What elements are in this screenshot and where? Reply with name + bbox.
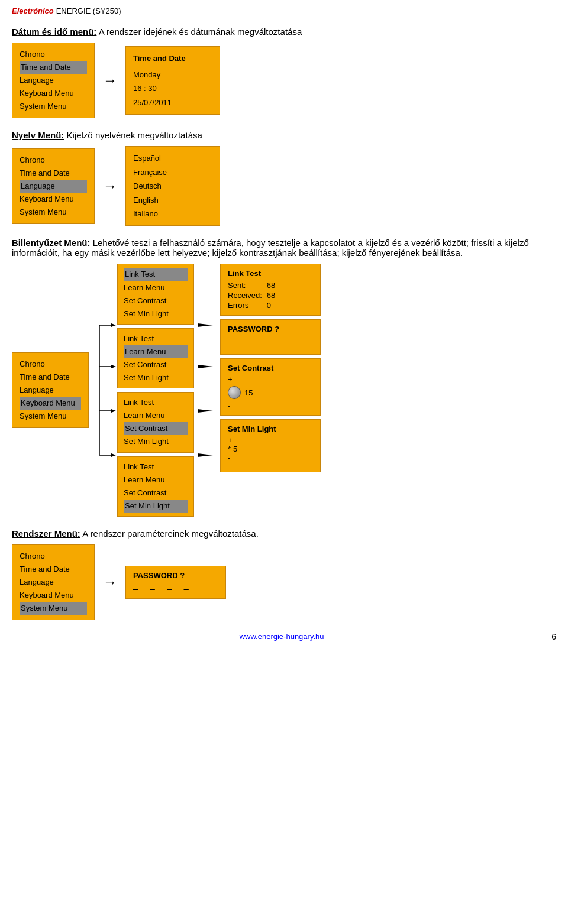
arrow-icon: → xyxy=(95,73,125,87)
received-value: 68 xyxy=(267,290,280,300)
menu-item: Learn Menu xyxy=(124,281,188,294)
contrast-result-box: Set Contrast + 15 - xyxy=(220,358,321,416)
sub-menu-1: Link Test Learn Menu Set Contrast Set Mi… xyxy=(117,264,194,324)
linktest-result-box: Link Test Sent: 68 Received: 68 Errors 0 xyxy=(220,264,321,316)
result-arrows-svg xyxy=(196,307,220,473)
menu-item: Chrono xyxy=(20,48,87,61)
minlight-minus: - xyxy=(228,453,313,462)
rendszer-menu-box: Chrono Time and Date Language Keyboard M… xyxy=(12,544,95,620)
result-line: Monday xyxy=(133,68,212,82)
page-number: 6 xyxy=(551,632,556,641)
minlight-title: Set Min Light xyxy=(228,424,313,433)
result-line: Deutsch xyxy=(133,179,212,193)
sub-menu-3: Link Test Learn Menu Set Contrast Set Mi… xyxy=(117,392,194,452)
page-header: Electrónico ENERGIE (SY250) xyxy=(12,6,556,18)
menu-item: Link Test xyxy=(124,332,188,345)
datum-menu-box: Chrono Time and Date Language Keyboard M… xyxy=(12,43,95,118)
menu-item: Set Min Light xyxy=(124,307,188,320)
menu-item: Set Contrast xyxy=(124,294,188,307)
menu-item: Time and Date xyxy=(20,563,87,576)
website-link[interactable]: www.energie-hungary.hu xyxy=(240,632,324,641)
model-name: ENERGIE (SY250) xyxy=(56,7,121,15)
menu-item: Set Contrast xyxy=(124,358,188,371)
billet-section: Billentyűzet Menü: Lehetővé teszi a felh… xyxy=(12,238,556,517)
menu-item: System Menu xyxy=(20,100,87,113)
rendszer-title: Rendszer Menü: A rendszer paramétereinek… xyxy=(12,529,556,539)
menu-item: Language xyxy=(20,74,87,87)
menu-item: Keyboard Menu xyxy=(20,87,87,100)
password-result-box: PASSWORD ? – – – – xyxy=(220,319,321,355)
menu-item: Learn Menu xyxy=(124,409,188,422)
menu-item: Link Test xyxy=(124,461,188,474)
arrow-icon: → xyxy=(95,575,125,589)
menu-item: Time and Date xyxy=(20,167,87,180)
rendszer-section: Rendszer Menü: A rendszer paramétereinek… xyxy=(12,529,556,620)
result-title: Time and Date xyxy=(133,51,212,65)
menu-item: System Menu xyxy=(20,206,87,219)
brand-name: Electrónico xyxy=(12,7,54,15)
arrow-icon: → xyxy=(95,179,125,193)
nyelv-title: Nyelv Menü: Kijelző nyelvének megváltozt… xyxy=(12,130,556,140)
menu-item: Keyboard Menu xyxy=(20,193,87,206)
minlight-star-row: * 5 xyxy=(228,445,313,453)
minlight-plus: + xyxy=(228,436,313,445)
menu-item-selected: Learn Menu xyxy=(124,345,188,358)
menu-item: Language xyxy=(20,576,87,589)
table-row: Errors 0 xyxy=(228,300,280,310)
menu-item-selected: Keyboard Menu xyxy=(20,397,81,410)
nyelv-result-box: Español Française Deutsch English Italia… xyxy=(125,146,220,226)
datum-result-box: Time and Date Monday 16 : 30 25/07/2011 xyxy=(125,46,220,115)
svg-marker-8 xyxy=(111,453,116,457)
linktest-title: Link Test xyxy=(228,269,313,278)
menu-item-selected: Set Min Light xyxy=(124,500,188,513)
billet-title: Billentyűzet Menü: Lehetővé teszi a felh… xyxy=(12,238,556,258)
rendszer-menu-row: Chrono Time and Date Language Keyboard M… xyxy=(12,544,556,620)
menu-item: Set Contrast xyxy=(124,487,188,500)
contrast-minus: - xyxy=(228,401,313,410)
datum-title: Dátum és idő menü: A rendszer idejének é… xyxy=(12,27,556,37)
result-line: Español xyxy=(133,151,212,165)
menu-item: System Menu xyxy=(20,410,81,423)
datum-section: Dátum és idő menü: A rendszer idejének é… xyxy=(12,27,556,118)
menu-item: Keyboard Menu xyxy=(20,589,87,602)
nyelv-menu-row: Chrono Time and Date Language Keyboard M… xyxy=(12,146,556,226)
table-row: Sent: 68 xyxy=(228,280,280,290)
menu-item: Language xyxy=(20,384,81,397)
menu-item-selected: Set Contrast xyxy=(124,422,188,435)
rendszer-result-dashes: – – – – xyxy=(133,583,218,594)
menu-item: Set Min Light xyxy=(124,371,188,384)
menu-item: Set Min Light xyxy=(124,435,188,448)
contrast-knob-row: 15 xyxy=(228,386,313,399)
minlight-value: 5 xyxy=(233,445,237,453)
menu-item-selected: System Menu xyxy=(20,602,87,615)
password-dashes: – – – – xyxy=(228,337,313,347)
result-line: Française xyxy=(133,166,212,179)
rendszer-result-title: PASSWORD ? xyxy=(133,571,218,580)
menu-item: Link Test xyxy=(124,396,188,409)
table-row: Received: 68 xyxy=(228,290,280,300)
menu-item: Chrono xyxy=(20,154,87,167)
sent-value: 68 xyxy=(267,280,280,290)
result-line: 16 : 30 xyxy=(133,82,212,95)
contrast-value: 15 xyxy=(244,388,253,397)
sub-menu-4: Link Test Learn Menu Set Contrast Set Mi… xyxy=(117,456,194,517)
rendszer-result-box: PASSWORD ? – – – – xyxy=(125,566,226,599)
datum-menu-row: Chrono Time and Date Language Keyboard M… xyxy=(12,43,556,118)
errors-label: Errors xyxy=(228,300,267,310)
branch-lines-svg xyxy=(93,307,117,473)
result-line: 25/07/2011 xyxy=(133,96,212,109)
contrast-title: Set Contrast xyxy=(228,364,313,372)
svg-marker-6 xyxy=(111,365,116,368)
result-line: Italiano xyxy=(133,207,212,221)
sent-label: Sent: xyxy=(228,280,267,290)
nyelv-menu-box: Chrono Time and Date Language Keyboard M… xyxy=(12,148,95,224)
contrast-knob xyxy=(228,386,241,399)
menu-item: Learn Menu xyxy=(124,474,188,487)
sub-menu-2: Link Test Learn Menu Set Contrast Set Mi… xyxy=(117,328,194,388)
menu-item: Chrono xyxy=(20,358,81,371)
errors-value: 0 xyxy=(267,300,280,310)
linktest-table: Sent: 68 Received: 68 Errors 0 xyxy=(228,280,280,310)
svg-marker-5 xyxy=(111,323,116,327)
nyelv-section: Nyelv Menü: Kijelző nyelvének megváltozt… xyxy=(12,130,556,226)
menu-item-selected: Time and Date xyxy=(20,61,87,74)
